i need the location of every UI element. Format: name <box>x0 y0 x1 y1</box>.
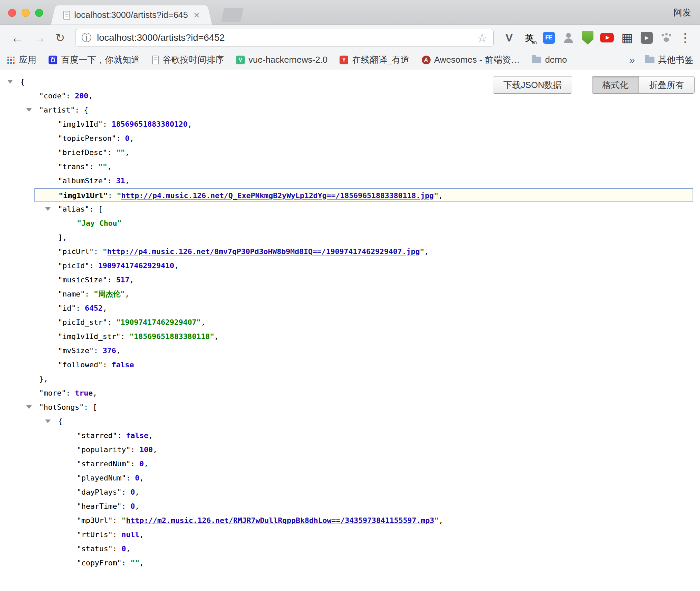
person-body-icon <box>564 38 573 43</box>
bookmark-vue-hackernews[interactable]: V vue-hackernews-2.0 <box>236 55 327 65</box>
json-token: "picId" <box>58 261 89 270</box>
collapse-toggle-icon[interactable] <box>26 108 32 112</box>
collapse-toggle-icon[interactable] <box>45 419 51 423</box>
json-token: , <box>214 332 219 341</box>
collapse-toggle-icon[interactable] <box>7 80 13 84</box>
other-bookmarks-folder[interactable]: 其他书签 <box>645 54 693 66</box>
json-token: , <box>174 261 178 270</box>
youtube-extension-icon[interactable] <box>600 33 614 42</box>
json-token: "" <box>130 559 140 567</box>
bookmark-label: demo <box>545 55 567 65</box>
collapse-toggle-icon[interactable] <box>45 207 51 211</box>
bookmark-star-icon[interactable]: ☆ <box>477 32 487 43</box>
json-token: : <box>76 304 85 312</box>
player-extension-icon[interactable] <box>641 32 653 44</box>
json-token: : <box>94 346 103 355</box>
json-token: , <box>103 304 107 312</box>
back-icon[interactable]: ← <box>11 31 24 44</box>
json-token: "img1v1Url" <box>59 191 108 200</box>
browser-tab[interactable]: localhost:3000/artists?id=645 × <box>57 5 206 25</box>
bookmark-apps[interactable]: 应用 <box>7 54 36 66</box>
json-url-link[interactable]: http://p4.music.126.net/8mv7qP30Pd3oHW8b… <box>107 247 420 256</box>
json-line: "img1v1Id_str": "18569651883380118", <box>0 330 700 344</box>
json-token: 18569651883380120 <box>112 120 187 128</box>
json-line: "picUrl": "http://p4.music.126.net/8mv7q… <box>0 245 700 259</box>
collapse-all-button[interactable]: 折叠所有 <box>639 76 695 94</box>
json-token: , <box>139 474 144 482</box>
json-token: 0 <box>130 502 135 510</box>
json-line: "dayPlays": 0, <box>0 485 700 499</box>
bookmark-baidu[interactable]: 百 百度一下，你就知道 <box>49 54 140 66</box>
json-token: "starred" <box>77 431 117 440</box>
json-line: "name": "周杰伦", <box>0 287 700 301</box>
json-line: "picId_str": "19097417462929407", <box>0 315 700 330</box>
bookmark-label: 谷歌按时间排序 <box>163 54 224 66</box>
json-token: 19097417462929410 <box>98 261 174 270</box>
json-token: , <box>93 389 97 397</box>
bookmark-google-sort[interactable]: 谷歌按时间排序 <box>152 54 224 66</box>
json-token: "Jay Chou" <box>77 219 121 227</box>
collapse-toggle-icon[interactable] <box>26 405 32 409</box>
json-token: 0 <box>135 474 139 482</box>
json-line: "more": true, <box>0 386 700 400</box>
bookmark-demo-folder[interactable]: demo <box>532 55 567 65</box>
minimize-window-button[interactable] <box>22 9 30 17</box>
json-token: "status" <box>77 545 113 553</box>
json-token: , <box>438 191 443 200</box>
translate-extension-icon[interactable]: 英en <box>523 31 536 44</box>
bookmark-label: vue-hackernews-2.0 <box>249 55 327 65</box>
json-token: , <box>201 318 205 326</box>
bookmark-youdao[interactable]: Y 在线翻译_有道 <box>340 54 409 66</box>
json-token: true <box>75 389 93 397</box>
json-token: "topicPerson" <box>58 134 116 143</box>
page-favicon-icon <box>63 11 70 20</box>
download-json-button[interactable]: 下载JSON数据 <box>493 76 572 94</box>
json-token: : <box>120 332 129 341</box>
url-text[interactable]: localhost:3000/artists?id=6452 <box>97 32 477 43</box>
address-bar[interactable]: ⓘ localhost:3000/artists?id=6452 ☆ <box>75 29 494 46</box>
json-token: "" <box>98 162 107 171</box>
paw-extension-icon[interactable] <box>660 31 673 44</box>
json-line: "followed": false <box>0 358 700 372</box>
json-token: "code" <box>39 92 66 100</box>
json-token: "rtUrls" <box>77 530 113 539</box>
json-token: : <box>113 516 122 525</box>
json-url-link[interactable]: http://p4.music.126.net/Q_ExePNkmgB2yWyL… <box>121 191 434 200</box>
fehelper-extension-icon[interactable]: FE <box>543 32 555 44</box>
adguard-extension-icon[interactable] <box>582 31 593 44</box>
close-window-button[interactable] <box>8 9 16 17</box>
json-line: "artist": { <box>0 103 700 117</box>
bookmarks-overflow-icon[interactable]: » <box>629 54 635 66</box>
browser-window: localhost:3000/artists?id=645 × 阿发 ← → ↻… <box>0 0 700 591</box>
json-token: false <box>126 431 148 440</box>
account-extension-icon[interactable] <box>562 31 575 44</box>
page-icon <box>152 56 159 64</box>
json-token: , <box>126 545 130 553</box>
fullscreen-window-button[interactable] <box>35 9 43 17</box>
new-tab-button[interactable] <box>221 8 244 22</box>
json-token: "mp3Url" <box>77 516 113 525</box>
qrcode-extension-icon[interactable]: ▦ <box>620 31 634 44</box>
json-token: "musicSize" <box>58 276 107 284</box>
json-token: "starredNum" <box>77 460 130 468</box>
tab-close-icon[interactable]: × <box>194 10 200 20</box>
site-info-icon[interactable]: ⓘ <box>82 33 92 43</box>
person-head-icon <box>566 33 571 38</box>
format-button[interactable]: 格式化 <box>592 76 639 94</box>
chrome-menu-icon[interactable]: ⋮ <box>679 32 691 44</box>
bookmarks-bar: 应用 百 百度一下，你就知道 谷歌按时间排序 V vue-hackernews-… <box>0 51 700 69</box>
json-token: : <box>85 290 94 298</box>
vue-icon: V <box>236 56 245 64</box>
json-token: : [ <box>89 205 103 213</box>
json-token: : <box>89 162 98 171</box>
reload-icon[interactable]: ↻ <box>55 32 65 43</box>
json-token: 0 <box>121 545 126 553</box>
json-token: }, <box>39 375 48 383</box>
json-token: : <box>113 530 122 539</box>
json-token: "alias" <box>58 205 89 213</box>
json-url-link[interactable]: http://m2.music.126.net/RMJR7wDullRqppBk… <box>126 516 434 525</box>
vimium-extension-icon[interactable]: V <box>502 31 516 44</box>
bookmark-awesomes[interactable]: A Awesomes - 前端资… <box>422 54 520 66</box>
json-line: "id": 6452, <box>0 301 700 315</box>
json-line: ], <box>0 230 700 245</box>
